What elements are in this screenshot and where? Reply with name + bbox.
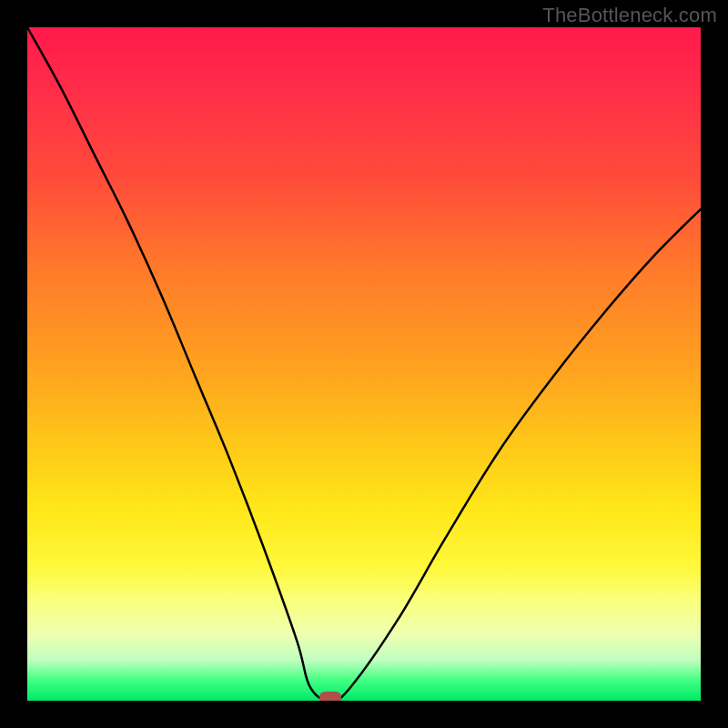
watermark-text: TheBottleneck.com (542, 4, 717, 27)
bottleneck-curve (27, 27, 701, 701)
minimum-marker (319, 692, 341, 701)
curve-path (27, 27, 701, 701)
chart-frame: TheBottleneck.com (0, 0, 728, 728)
plot-area (27, 27, 701, 701)
